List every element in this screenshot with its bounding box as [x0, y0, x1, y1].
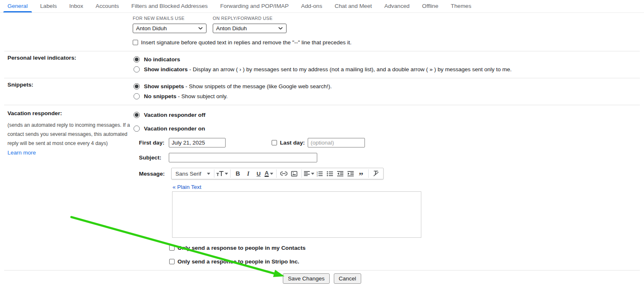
align-button[interactable]	[304, 169, 314, 179]
text-color-button[interactable]: A	[264, 169, 274, 179]
chevron-down-icon	[225, 173, 228, 175]
chevron-down-icon	[198, 27, 203, 30]
snippets-label: Snippets:	[7, 82, 133, 88]
radio-unselected-icon[interactable]	[134, 126, 140, 132]
toolbar-divider	[276, 169, 277, 178]
new-emails-signature-value: Anton Diduh	[136, 25, 167, 31]
tab-themes[interactable]: Themes	[445, 0, 477, 12]
toolbar-divider	[230, 169, 231, 178]
remove-formatting-button[interactable]	[371, 169, 381, 179]
settings-content: FOR NEW EMAILS USE Anton Diduh ON REPLY/…	[0, 13, 644, 289]
save-changes-button[interactable]: Save Changes	[283, 273, 330, 284]
chevron-down-icon	[311, 173, 314, 175]
last-day-label: Last day:	[280, 140, 305, 146]
insert-signature-checkbox-label: Insert signature before quoted text in r…	[141, 39, 352, 46]
indent-less-icon	[337, 171, 343, 176]
signature-left-spacer	[4, 16, 133, 46]
insert-signature-checkbox-row[interactable]: Insert signature before quoted text in r…	[133, 39, 640, 46]
subject-input[interactable]	[169, 153, 317, 162]
vacation-responder-description: (sends an automated reply to incoming me…	[7, 121, 130, 148]
radio-show-snippets[interactable]: Show snippets - Show snippets of the mes…	[133, 82, 640, 92]
font-family-value: Sans Serif	[175, 171, 201, 177]
tab-chat-and-meet[interactable]: Chat and Meet	[328, 0, 378, 12]
svg-text:3: 3	[316, 174, 318, 176]
underline-button[interactable]: U	[253, 169, 264, 179]
numbered-list-icon: 123	[316, 171, 323, 176]
toolbar-divider	[301, 169, 302, 178]
radio-no-indicators[interactable]: No indicators	[133, 55, 640, 65]
signature-new-emails-group: FOR NEW EMAILS USE Anton Diduh	[133, 16, 207, 33]
radio-selected-icon[interactable]	[134, 112, 140, 118]
toolbar-divider	[368, 169, 369, 178]
text-color-icon: A	[265, 171, 269, 177]
insert-link-icon	[280, 171, 287, 176]
cancel-button[interactable]: Cancel	[334, 273, 361, 284]
on-reply-forward-use-label: ON REPLY/FORWARD USE	[213, 16, 287, 21]
settings-tab-bar: General Labels Inbox Accounts Filters an…	[0, 0, 644, 13]
radio-selected-icon[interactable]	[134, 83, 140, 89]
for-new-emails-use-label: FOR NEW EMAILS USE	[133, 16, 207, 21]
checkbox-icon[interactable]	[169, 259, 175, 264]
radio-vacation-responder-on[interactable]: Vacation responder on	[133, 124, 640, 134]
chevron-down-icon	[278, 27, 283, 30]
chevron-down-icon	[270, 173, 273, 175]
tab-labels[interactable]: Labels	[34, 0, 63, 12]
snippets-section: Snippets: Show snippets - Show snippets …	[0, 78, 644, 105]
new-emails-signature-select[interactable]: Anton Diduh	[133, 24, 207, 33]
align-left-icon	[304, 171, 310, 176]
vacation-responder-label: Vacation responder:	[7, 110, 133, 116]
message-label: Message:	[139, 171, 169, 177]
checkbox-icon[interactable]	[169, 245, 175, 251]
learn-more-link[interactable]: Learn more	[7, 150, 36, 156]
contacts-only-checkbox-row[interactable]: Only send a response to people in my Con…	[169, 245, 640, 251]
personal-level-indicators-label: Personal level indicators:	[7, 55, 133, 61]
indent-less-button[interactable]	[335, 169, 345, 179]
numbered-list-button[interactable]: 123	[314, 169, 325, 179]
radio-show-indicators[interactable]: Show indicators - Display an arrow ( › )…	[133, 65, 640, 75]
insert-link-button[interactable]	[279, 169, 289, 179]
radio-selected-icon[interactable]	[134, 56, 140, 63]
first-last-day-row: First day: Last day:	[139, 138, 640, 147]
tab-forwarding-and-pop-imap[interactable]: Forwarding and POP/IMAP	[214, 0, 295, 12]
tab-general[interactable]: General	[1, 0, 34, 12]
bulleted-list-icon	[327, 171, 333, 176]
chevron-down-icon	[207, 173, 210, 175]
vacation-off-label: Vacation responder off	[144, 112, 205, 118]
org-only-checkbox-row[interactable]: Only send a response to people in Stripo…	[169, 258, 640, 265]
indent-more-button[interactable]	[345, 169, 356, 179]
plain-text-link[interactable]: « Plain Text	[173, 184, 202, 190]
bold-icon: B	[236, 170, 240, 177]
tab-filters-and-blocked-addresses[interactable]: Filters and Blocked Addresses	[125, 0, 214, 12]
radio-vacation-responder-off[interactable]: Vacation responder off	[133, 110, 640, 120]
first-day-label: First day:	[139, 140, 169, 146]
vacation-on-label: Vacation responder on	[144, 126, 205, 132]
last-day-input[interactable]	[308, 138, 365, 147]
last-day-checkbox[interactable]	[272, 140, 277, 145]
toolbar-divider	[214, 169, 214, 178]
bulleted-list-button[interactable]	[325, 169, 335, 179]
show-indicators-desc: - Display an arrow ( › ) by messages sen…	[188, 66, 512, 72]
radio-unselected-icon[interactable]	[134, 93, 140, 99]
tab-offline[interactable]: Offline	[416, 0, 445, 12]
insert-image-button[interactable]	[289, 169, 299, 179]
tab-inbox[interactable]: Inbox	[63, 0, 89, 12]
radio-no-snippets[interactable]: No snippets - Show subject only.	[133, 92, 640, 101]
contacts-only-label: Only send a response to people in my Con…	[177, 245, 306, 251]
tab-advanced[interactable]: Advanced	[378, 0, 416, 12]
show-snippets-label: Show snippets	[144, 83, 184, 89]
italic-button[interactable]: I	[243, 169, 253, 179]
tab-add-ons[interactable]: Add-ons	[295, 0, 328, 12]
tab-accounts[interactable]: Accounts	[90, 0, 125, 12]
checkbox-icon[interactable]	[133, 40, 138, 45]
no-indicators-label: No indicators	[144, 56, 180, 63]
quote-button[interactable]: ”	[356, 171, 366, 181]
bold-button[interactable]: B	[233, 169, 243, 179]
first-day-input[interactable]	[169, 138, 226, 147]
vacation-message-textarea[interactable]	[172, 191, 421, 238]
reply-forward-signature-select[interactable]: Anton Diduh	[213, 24, 287, 33]
radio-unselected-icon[interactable]	[134, 66, 140, 72]
font-family-select[interactable]: Sans Serif	[174, 171, 212, 177]
text-size-button[interactable]	[216, 169, 228, 179]
no-snippets-label: No snippets	[144, 93, 176, 99]
signature-section: FOR NEW EMAILS USE Anton Diduh ON REPLY/…	[0, 13, 644, 51]
